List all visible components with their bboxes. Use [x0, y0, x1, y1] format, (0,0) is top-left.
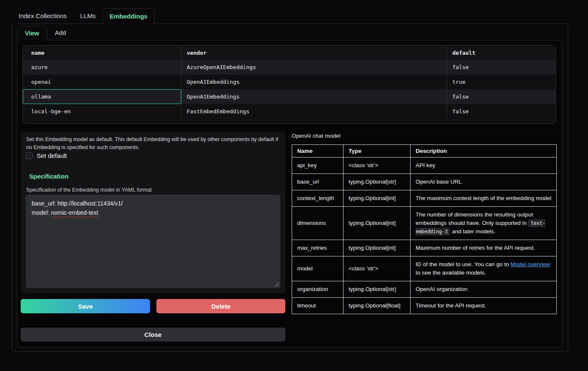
doc-param-type: <class 'str'>	[344, 157, 411, 174]
embedding-form-panel: Set this Embedding model as default. Thi…	[21, 132, 285, 294]
doc-param-description: ID of the model to use. You can go to Mo…	[411, 256, 557, 281]
subtab-add[interactable]: Add	[47, 26, 74, 40]
doc-param-description: Maximum number of retries for the API re…	[411, 240, 557, 256]
resize-handle-icon[interactable]	[275, 283, 279, 287]
specification-subtitle: Specification of the Embedding model in …	[26, 187, 152, 193]
doc-param-name: timeout	[292, 298, 344, 314]
view-tab-content: namevendordefaultazureAzureOpenAIEmbeddi…	[17, 40, 562, 347]
doc-panel-title: OpenAI chat model	[292, 133, 341, 139]
doc-param-name: dimensions	[292, 207, 344, 240]
doc-param-name: model	[292, 256, 344, 281]
yaml-line: model: nomic-embed-text	[32, 208, 274, 217]
name-cell[interactable]: openai	[23, 75, 181, 89]
default-cell[interactable]: false	[447, 89, 556, 104]
name-cell[interactable]: azure	[23, 60, 181, 75]
yaml-line: base_url: http://localhost:11434/v1/	[32, 199, 274, 208]
tab-index-collections[interactable]: Index Collections	[12, 8, 73, 24]
doc-param-type: typing.Optional[float]	[344, 298, 411, 314]
doc-param-description: The maximum context length of the embedd…	[411, 190, 557, 207]
doc-param-description: OpenAI base URL	[411, 174, 557, 190]
doc-row-timeout: timeouttyping.Optional[float]Timeout for…	[292, 298, 557, 314]
embedding-row-azure[interactable]: azureAzureOpenAIEmbeddingsfalse	[23, 60, 556, 75]
tab-llms[interactable]: LLMs	[73, 8, 102, 24]
desc-text: to see the available models.	[416, 270, 486, 276]
doc-col-name: Name	[292, 145, 344, 157]
desc-text: The maximum context length of the embedd…	[416, 195, 551, 201]
set-default-description: Set this Embedding model as default. Thi…	[26, 136, 279, 152]
yaml-spec-text: base_url: http://localhost:11434/v1/mode…	[32, 199, 274, 217]
default-cell[interactable]: true	[447, 75, 556, 89]
embedding-row-local-bge-en[interactable]: local-bge-enFastEmbedEmbeddingsfalse	[23, 104, 556, 119]
vendor-cell[interactable]: OpenAIEmbeddings	[181, 89, 447, 104]
desc-text: Timeout for the API request.	[416, 302, 486, 309]
desc-text: Maximum number of retries for the API re…	[416, 245, 535, 251]
doc-param-type: typing.Optional[str]	[344, 174, 411, 190]
doc-param-type: typing.Optional[int]	[344, 240, 411, 256]
delete-button[interactable]: Delete	[156, 299, 285, 313]
doc-param-name: api_key	[292, 157, 344, 174]
vendor-cell[interactable]: OpenAIEmbeddings	[181, 75, 447, 89]
doc-col-description: Description	[411, 145, 557, 157]
column-header-default: default	[447, 45, 556, 60]
default-cell[interactable]: false	[447, 104, 556, 119]
desc-text: The number of dimensions the resulting o…	[416, 211, 533, 226]
doc-row-organization: organizationtyping.Optional[str]OpenAI o…	[292, 281, 557, 298]
vendor-cell[interactable]: AzureOpenAIEmbeddings	[181, 60, 447, 75]
doc-param-description: The number of dimensions the resulting o…	[411, 207, 557, 240]
sub-tabbar: ViewAdd	[17, 26, 74, 40]
close-button[interactable]: Close	[21, 328, 285, 342]
default-cell[interactable]: false	[447, 60, 556, 75]
desc-text: OpenAI organization	[416, 286, 467, 292]
name-cell[interactable]: local-bge-en	[23, 104, 181, 119]
doc-param-type: typing.Optional[int]	[344, 190, 411, 207]
doc-row-context-length: context_lengthtyping.Optional[int]The ma…	[292, 190, 557, 207]
embedding-row-openai[interactable]: openaiOpenAIEmbeddingstrue	[23, 75, 556, 89]
tab-embeddings[interactable]: Embeddings	[102, 8, 155, 24]
doc-row-api-key: api_key<class 'str'>API key	[292, 157, 557, 174]
doc-param-name: base_url	[292, 174, 344, 190]
subtab-view[interactable]: View	[17, 26, 47, 40]
vendor-cell[interactable]: FastEmbedEmbeddings	[181, 104, 447, 119]
doc-param-type: typing.Optional[int]	[344, 207, 411, 240]
top-tabbar: Index CollectionsLLMsEmbeddings	[12, 8, 155, 24]
specification-heading: Specification	[29, 173, 68, 180]
column-header-name: name	[23, 45, 181, 60]
doc-param-type: <class 'str'>	[344, 256, 411, 281]
name-cell[interactable]: ollama	[23, 89, 181, 104]
set-default-label: Set default	[37, 152, 67, 159]
doc-param-description: API key	[411, 157, 557, 174]
set-default-checkbox[interactable]	[26, 152, 33, 159]
doc-row-base-url: base_urltyping.Optional[str]OpenAI base …	[292, 174, 557, 190]
column-header-vendor: vendor	[181, 45, 447, 60]
doc-row-model: model<class 'str'>ID of the model to use…	[292, 256, 557, 281]
doc-param-name: max_retries	[292, 240, 344, 256]
doc-param-description: Timeout for the API request.	[411, 298, 557, 314]
misspelled-word: nomic-embed-text	[51, 209, 98, 216]
doc-param-type: typing.Optional[str]	[344, 281, 411, 298]
model-overview-link[interactable]: Model overview	[510, 261, 550, 267]
doc-param-description: OpenAI organization	[411, 281, 557, 298]
desc-text: OpenAI base URL	[416, 179, 462, 185]
set-default-row: Set default	[26, 152, 67, 159]
desc-text: API key	[416, 162, 435, 168]
save-button[interactable]: Save	[21, 299, 150, 313]
desc-text: and later models.	[450, 228, 495, 235]
embeddings-table: namevendordefaultazureAzureOpenAIEmbeddi…	[22, 45, 556, 124]
desc-text: ID of the model to use. You can go to	[416, 261, 510, 267]
embeddings-table-header: namevendordefault	[23, 45, 556, 60]
embedding-row-ollama[interactable]: ollamaOpenAIEmbeddingsfalse	[23, 89, 556, 104]
yaml-spec-editor[interactable]: base_url: http://localhost:11434/v1/mode…	[26, 195, 280, 288]
doc-table: NameTypeDescription api_key<class 'str'>…	[292, 144, 557, 314]
doc-param-name: organization	[292, 281, 344, 298]
doc-col-type: Type	[344, 145, 411, 157]
doc-row-max-retries: max_retriestyping.Optional[int]Maximum n…	[292, 240, 557, 256]
doc-param-name: context_length	[292, 190, 344, 207]
doc-row-dimensions: dimensionstyping.Optional[int]The number…	[292, 207, 557, 240]
doc-table-head: NameTypeDescription	[292, 145, 557, 157]
